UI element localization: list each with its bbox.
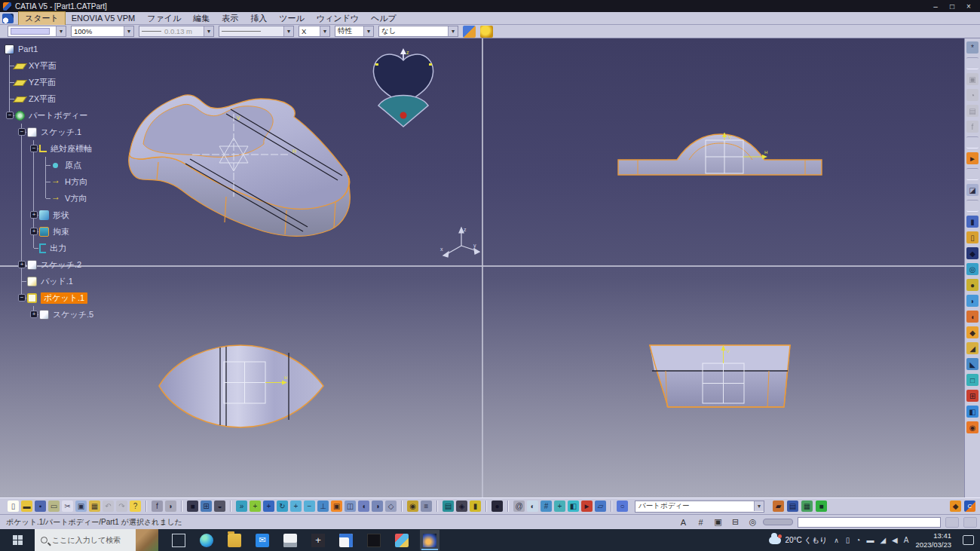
- screen-icon[interactable]: ■: [187, 500, 198, 512]
- tree-item-origin[interactable]: 原点: [0, 157, 162, 173]
- chevron-down-icon[interactable]: ▾: [283, 26, 293, 36]
- knowledge-icon[interactable]: ▤: [966, 105, 978, 117]
- tree-node-label[interactable]: スケッチ.1: [41, 127, 81, 138]
- menu-enovia[interactable]: ENOVIA V5 VPM: [66, 13, 141, 23]
- fly-icon[interactable]: »: [236, 500, 247, 512]
- rotate-icon[interactable]: ↻: [277, 500, 288, 512]
- cut-icon[interactable]: ✂: [62, 500, 73, 512]
- menu-window[interactable]: ウィンドウ: [311, 12, 365, 25]
- normal-view-icon[interactable]: ⊥: [317, 500, 329, 512]
- tree-item-yz-plane[interactable]: YZ平面: [0, 74, 162, 90]
- frame-icon[interactable]: #: [541, 500, 552, 512]
- globe2-icon[interactable]: ◎: [747, 516, 758, 528]
- tree-node-label[interactable]: V方向: [65, 193, 87, 204]
- chevron-down-icon[interactable]: ▾: [363, 26, 373, 36]
- shaded-edges-icon[interactable]: ◑: [372, 500, 383, 512]
- tree-item-xy-plane[interactable]: XY平面: [0, 57, 162, 74]
- expand-toggle-icon[interactable]: +: [18, 261, 26, 268]
- create-views-icon[interactable]: ▣: [331, 500, 342, 512]
- slot-icon[interactable]: ◖: [966, 311, 978, 323]
- globe-icon[interactable]: ◐: [527, 500, 538, 512]
- mail-icon[interactable]: ✉: [253, 530, 272, 550]
- ports-icon[interactable]: ⊟: [730, 516, 741, 528]
- taskbar-clock[interactable]: 13:412023/03/23: [915, 531, 951, 549]
- snap-icon[interactable]: +: [554, 500, 565, 512]
- catia-app-icon[interactable]: [420, 530, 439, 550]
- tree-item-geometry[interactable]: + 形状: [0, 207, 162, 223]
- search-highlight-image[interactable]: [136, 529, 158, 551]
- point-symbol-combo[interactable]: X▾: [299, 26, 330, 37]
- pan-icon[interactable]: +: [263, 500, 274, 512]
- close-button[interactable]: ×: [960, 2, 977, 11]
- profile-icon[interactable]: ○: [617, 500, 628, 512]
- menu-insert[interactable]: 挿入: [244, 12, 273, 25]
- save-icon[interactable]: ▪: [35, 500, 46, 512]
- line-weight-combo[interactable]: ▾: [219, 26, 294, 37]
- tree-node-label[interactable]: ポケット.1: [41, 292, 87, 304]
- tree-item-sketch1[interactable]: − スケッチ.1: [0, 124, 162, 140]
- expand-toggle-icon[interactable]: +: [30, 311, 38, 318]
- tree-item-part1[interactable]: Part1: [0, 41, 162, 57]
- opacity-combo[interactable]: 100%▾: [71, 26, 134, 37]
- photos-app-icon[interactable]: [392, 530, 412, 550]
- analysis-icon[interactable]: ◔: [966, 89, 978, 101]
- tree-node-label[interactable]: 原点: [65, 160, 81, 171]
- open-icon[interactable]: ▬: [21, 500, 32, 512]
- chevron-down-icon[interactable]: ▾: [204, 26, 213, 36]
- undo-icon[interactable]: ↶: [103, 500, 114, 512]
- graph-icon[interactable]: ⊞: [201, 500, 212, 512]
- tree-item-absolute-axis[interactable]: − 絶対座標軸: [0, 140, 162, 157]
- print-icon[interactable]: ▭: [48, 500, 60, 512]
- plus-app-icon[interactable]: +: [308, 530, 328, 550]
- brush-icon[interactable]: ◆: [950, 500, 961, 512]
- ruler-icon[interactable]: ▱: [595, 500, 606, 512]
- expand-toggle-icon[interactable]: −: [30, 145, 38, 152]
- select-icon[interactable]: ►: [966, 152, 978, 164]
- draft-icon[interactable]: ◣: [966, 358, 978, 370]
- catalog-book-icon[interactable]: ▤: [787, 500, 798, 512]
- scale-icon[interactable]: ◉: [966, 421, 978, 433]
- shaded-icon[interactable]: ◖: [358, 500, 369, 512]
- network-tray-icon[interactable]: ◢: [880, 536, 886, 544]
- help-icon[interactable]: ?: [130, 500, 141, 512]
- expand-toggle-icon[interactable]: −: [18, 294, 26, 302]
- tree-node-label[interactable]: 形状: [53, 210, 69, 221]
- formula-icon[interactable]: f: [966, 121, 978, 133]
- render-style-combo[interactable]: 特性▾: [335, 26, 374, 37]
- explorer-tray-icon[interactable]: ▬: [866, 536, 874, 544]
- catalog-icon[interactable]: ◧: [568, 500, 579, 512]
- tree-node-label[interactable]: 拘束: [53, 226, 69, 237]
- expand-toggle-icon[interactable]: −: [18, 128, 26, 136]
- menu-file[interactable]: ファイル: [141, 12, 187, 25]
- minimize-button[interactable]: –: [927, 2, 944, 11]
- fillet-icon[interactable]: ◆: [966, 326, 978, 338]
- chat-icon[interactable]: ◗: [165, 500, 176, 512]
- shaft-icon[interactable]: ◆: [966, 247, 978, 259]
- catalog-browser-icon[interactable]: ▣: [966, 73, 978, 85]
- chevron-down-icon[interactable]: ▾: [754, 501, 764, 511]
- hole-icon[interactable]: ●: [966, 279, 978, 291]
- window-icon[interactable]: ▣: [712, 516, 724, 528]
- graphic-wizard-icon[interactable]: [480, 26, 493, 38]
- chevron-down-icon[interactable]: ▾: [124, 26, 133, 36]
- groove-icon[interactable]: ◎: [966, 263, 978, 275]
- menu-tools[interactable]: ツール: [273, 12, 311, 25]
- menu-edit[interactable]: 編集: [187, 12, 216, 25]
- painter-icon[interactable]: [463, 26, 476, 38]
- image-icon[interactable]: ▦: [801, 500, 813, 512]
- start-button[interactable]: [0, 529, 35, 551]
- chevron-down-icon[interactable]: ▾: [448, 26, 458, 36]
- tree-item-sketch5[interactable]: + スケッチ.5: [0, 306, 162, 323]
- tree-node-label[interactable]: スケッチ.5: [53, 309, 93, 320]
- ime-text-icon[interactable]: A: [678, 516, 689, 528]
- zoom-out-icon[interactable]: −: [304, 500, 315, 512]
- chamfer-icon[interactable]: ◢: [966, 342, 978, 354]
- pad-icon[interactable]: ▮: [966, 216, 978, 228]
- writer-app-icon[interactable]: [336, 530, 356, 550]
- menu-view[interactable]: 表示: [216, 12, 244, 25]
- sketcher-icon[interactable]: ◪: [966, 184, 978, 196]
- layers-icon[interactable]: ≡: [421, 500, 432, 512]
- maximize-button[interactable]: □: [944, 2, 960, 11]
- tree-node-label[interactable]: YZ平面: [29, 77, 56, 88]
- catia-logo-icon[interactable]: C: [964, 500, 975, 512]
